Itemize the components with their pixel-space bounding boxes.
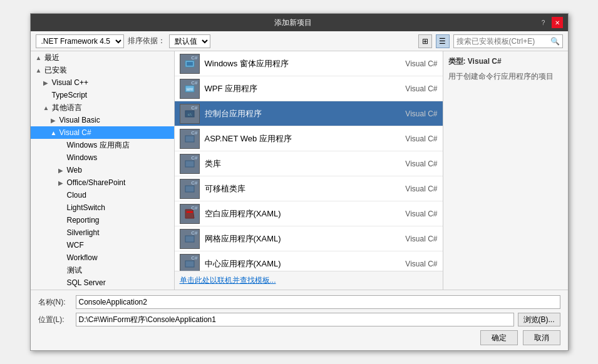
project-item-grid-xaml[interactable]: C# 网格应用程序(XAML)Visual C# (175, 226, 443, 251)
tree-item-recent[interactable]: ▲最近 (31, 51, 174, 64)
grid-view-button[interactable]: ⊞ (418, 34, 432, 48)
close-button[interactable]: ✕ (552, 17, 563, 28)
project-type-wpf-app: Visual C# (388, 84, 438, 93)
toolbar: .NET Framework 4.5 排序依据： 默认值 ⊞ ☰ 🔍 (31, 31, 568, 51)
bottom-area: 名称(N): 位置(L): 浏览(B)... 确定 取消 (31, 290, 568, 350)
add-project-dialog: 添加新项目 ? ✕ .NET Framework 4.5 排序依据： 默认值 ⊞… (30, 13, 569, 351)
project-item-aspnet-app[interactable]: C# ASP.NET Web 应用程序Visual C# (175, 126, 443, 151)
project-item-portable-lib[interactable]: C# 可移植类库Visual C# (175, 176, 443, 201)
tree-item-typescript[interactable]: TypeScript (31, 89, 174, 101)
tree-arrow-installed: ▲ (36, 67, 44, 74)
tree-label-installed: 已安装 (44, 65, 67, 76)
tree-label-windows: Windows (67, 153, 98, 162)
tree-item-office-sharepoint[interactable]: ▶Office/SharePoint (31, 176, 174, 189)
project-item-windows-app[interactable]: C# Windows 窗体应用程序Visual C# (175, 51, 443, 76)
tree-item-test[interactable]: 测试 (31, 264, 174, 276)
tree-item-reporting[interactable]: Reporting (31, 214, 174, 226)
tree-label-recent: 最近 (44, 53, 59, 63)
name-label: 名称(N): (38, 297, 76, 308)
svg-rect-11 (185, 236, 194, 242)
svg-marker-9 (185, 210, 194, 218)
location-row: 位置(L): 浏览(B)... (38, 313, 560, 326)
project-icon-aspnet-app: C# (180, 129, 200, 149)
svg-rect-6 (185, 136, 194, 142)
tree-label-windows-store: Windows 应用商店 (67, 140, 130, 151)
online-link[interactable]: 单击此处以联机并查找模板... (175, 271, 443, 290)
tree-label-test: 测试 (67, 265, 82, 276)
tree-arrow-web: ▶ (58, 167, 67, 174)
project-icon-console-app: C# c:\ (180, 104, 200, 124)
search-icon: 🔍 (550, 37, 560, 46)
detail-description: 用于创建命令行应用程序的项目 (448, 71, 563, 82)
tree-label-web: Web (67, 166, 82, 174)
dialog-title: 添加新项目 (48, 18, 538, 28)
project-icon-grid-xaml: C# (180, 229, 200, 249)
cancel-button[interactable]: 取消 (523, 330, 560, 345)
project-type-hub-xaml: Visual C# (388, 260, 438, 268)
svg-text:WPF: WPF (186, 88, 193, 91)
tree-arrow-office-sharepoint: ▶ (58, 179, 67, 186)
tree-label-visual-basic: Visual Basic (59, 116, 100, 124)
tree-item-sql-server[interactable]: SQL Server (31, 276, 174, 289)
tree-item-installed[interactable]: ▲已安装 (31, 64, 174, 76)
tree-item-lightswitch[interactable]: LightSwitch (31, 201, 174, 214)
tree-item-cloud[interactable]: Cloud (31, 189, 174, 201)
tree-label-sql-server: SQL Server (67, 278, 106, 287)
tree-label-silverlight: Silverlight (67, 228, 100, 237)
project-item-wpf-app[interactable]: C# WPF WPF 应用程序Visual C# (175, 76, 443, 101)
ok-button[interactable]: 确定 (480, 330, 518, 345)
tree-item-web[interactable]: ▶Web (31, 164, 174, 176)
tree-label-visual-cpp: Visual C++ (52, 78, 88, 87)
location-label: 位置(L): (38, 315, 76, 325)
tree-item-visual-csharp[interactable]: ▲Visual C# (31, 126, 174, 139)
tree-item-visual-basic[interactable]: ▶Visual Basic (31, 114, 174, 126)
search-input[interactable] (456, 37, 550, 46)
tree-arrow-visual-basic: ▶ (51, 117, 59, 124)
project-name-grid-xaml: 网格应用程序(XAML) (205, 233, 388, 245)
project-icon-portable-lib: C# (180, 179, 200, 199)
tree-arrow-visual-csharp: ▲ (51, 129, 59, 136)
project-type-aspnet-app: Visual C# (388, 134, 438, 143)
project-name-class-lib: 类库 (205, 158, 388, 169)
tree-label-visual-csharp: Visual C# (59, 128, 91, 137)
project-list-container: C# Windows 窗体应用程序Visual C# C# WPF WPF 应用… (175, 51, 443, 271)
browse-button[interactable]: 浏览(B)... (518, 313, 560, 326)
sort-label: 排序依据： (128, 36, 165, 46)
left-panel: ▲最近▲已安装▶Visual C++TypeScript▲其他语言▶Visual… (31, 51, 175, 290)
project-type-grid-xaml: Visual C# (388, 235, 438, 243)
name-input[interactable] (76, 295, 560, 309)
tree-label-office-sharepoint: Office/SharePoint (67, 178, 126, 187)
svg-rect-8 (185, 186, 194, 192)
search-box: 🔍 (453, 34, 563, 48)
framework-select[interactable]: .NET Framework 4.5 (36, 34, 124, 48)
project-name-console-app: 控制台应用程序 (205, 108, 388, 119)
project-type-windows-app: Visual C# (388, 59, 438, 68)
project-item-class-lib[interactable]: C# 类库Visual C# (175, 151, 443, 176)
project-icon-blank-xaml: C# (180, 204, 200, 224)
svg-rect-1 (187, 62, 193, 66)
location-input[interactable] (76, 313, 514, 326)
tree-item-windows[interactable]: Windows (31, 151, 174, 164)
tree-item-wcf[interactable]: WCF (31, 239, 174, 251)
tree-item-other-lang[interactable]: ▲其他语言 (31, 101, 174, 114)
tree-label-lightswitch: LightSwitch (67, 203, 105, 212)
right-panel: 类型: Visual C# 用于创建命令行应用程序的项目 (443, 51, 568, 290)
project-name-windows-app: Windows 窗体应用程序 (205, 58, 388, 69)
project-name-portable-lib: 可移植类库 (205, 183, 388, 195)
project-item-blank-xaml[interactable]: C# 空白应用程序(XAML)Visual C# (175, 201, 443, 226)
tree-item-windows-store[interactable]: Windows 应用商店 (31, 139, 174, 151)
help-button[interactable]: ? (538, 17, 549, 28)
tree-item-visual-cpp[interactable]: ▶Visual C++ (31, 76, 174, 89)
tree-item-silverlight[interactable]: Silverlight (31, 226, 174, 239)
list-view-button[interactable]: ☰ (436, 34, 450, 48)
tree-arrow-recent: ▲ (36, 54, 44, 61)
project-name-wpf-app: WPF 应用程序 (205, 83, 388, 94)
sort-select[interactable]: 默认值 (169, 34, 210, 48)
tree-item-workflow[interactable]: Workflow (31, 251, 174, 264)
project-item-hub-xaml[interactable]: C# 中心应用程序(XAML)Visual C# (175, 251, 443, 271)
tree-label-wcf: WCF (67, 241, 84, 250)
tree-label-workflow: Workflow (67, 253, 98, 262)
project-icon-wpf-app: C# WPF (180, 79, 200, 99)
button-row: 确定 取消 (38, 330, 560, 345)
project-item-console-app[interactable]: C# c:\ 控制台应用程序Visual C# (175, 101, 443, 126)
